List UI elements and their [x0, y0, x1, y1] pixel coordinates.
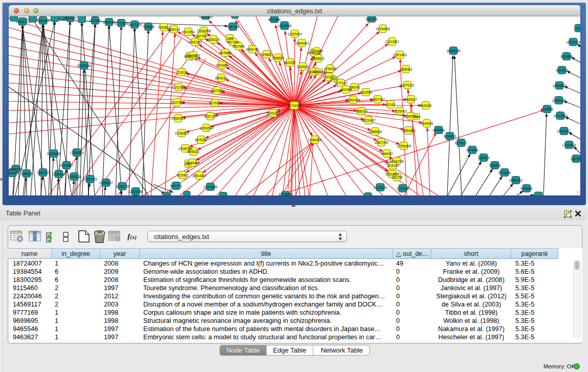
svg-text:12093822: 12093822 [552, 84, 567, 87]
svg-text:15720407: 15720407 [361, 119, 376, 122]
svg-text:10654112: 10654112 [509, 179, 523, 182]
svg-text:16648784: 16648784 [446, 49, 461, 53]
svg-text:10853287: 10853287 [63, 16, 77, 20]
svg-text:16154808: 16154808 [376, 27, 390, 31]
svg-text:17957225: 17957225 [83, 178, 97, 181]
svg-text:1090445: 1090445 [313, 70, 325, 74]
svg-text:19654923: 19654923 [401, 129, 416, 133]
svg-text:23226058: 23226058 [197, 29, 211, 33]
svg-text:15692971: 15692971 [557, 129, 571, 133]
svg-text:19718485: 19718485 [203, 185, 217, 189]
svg-text:23420046: 23420046 [186, 54, 200, 57]
svg-text:7386372: 7386372 [355, 110, 367, 113]
svg-text:12923448: 12923448 [128, 190, 143, 193]
svg-text:8427552: 8427552 [211, 89, 223, 93]
svg-text:1640954: 1640954 [432, 128, 445, 132]
svg-text:1939159: 1939159 [9, 171, 19, 175]
svg-text:10719155: 10719155 [114, 21, 128, 25]
svg-text:1167531: 1167531 [570, 157, 580, 161]
svg-text:8912954: 8912954 [182, 30, 194, 34]
svg-text:16914479: 16914479 [192, 174, 206, 178]
svg-text:7357224: 7357224 [227, 25, 239, 29]
svg-text:1615132: 1615132 [386, 164, 399, 167]
svg-text:7485063: 7485063 [400, 68, 412, 71]
svg-text:16120746: 16120746 [389, 160, 404, 163]
svg-text:6794028: 6794028 [324, 67, 336, 71]
svg-text:12975115: 12975115 [401, 83, 415, 87]
svg-text:12505135: 12505135 [67, 175, 81, 179]
svg-text:15807249: 15807249 [374, 141, 388, 144]
svg-text:2942737: 2942737 [37, 171, 49, 174]
svg-text:9463627: 9463627 [405, 98, 417, 101]
svg-text:19218506: 19218506 [277, 24, 292, 28]
svg-text:10688609: 10688609 [368, 130, 382, 134]
svg-text:9146821: 9146821 [260, 53, 273, 56]
svg-text:8454749: 8454749 [246, 48, 258, 51]
svg-text:14055713: 14055713 [15, 20, 30, 24]
svg-text:16671355: 16671355 [127, 23, 142, 27]
svg-text:10543362: 10543362 [188, 40, 202, 44]
svg-text:20364436: 20364436 [346, 98, 360, 102]
svg-text:2867608: 2867608 [232, 45, 245, 48]
svg-text:6497568: 6497568 [340, 88, 352, 92]
svg-text:15751074: 15751074 [566, 40, 580, 44]
svg-text:1145114: 1145114 [53, 172, 66, 176]
svg-text:17016504: 17016504 [562, 143, 576, 147]
svg-text:9657791: 9657791 [170, 184, 182, 188]
svg-text:2718126: 2718126 [176, 71, 188, 74]
svg-text:9245652: 9245652 [520, 187, 533, 190]
svg-text:19654925: 19654925 [171, 117, 185, 120]
svg-text:8878352: 8878352 [195, 138, 207, 142]
svg-text:19166829: 19166829 [175, 132, 189, 135]
svg-text:12444193: 12444193 [552, 99, 566, 102]
svg-text:10025433: 10025433 [393, 110, 407, 113]
svg-text:1112: 1112 [576, 27, 580, 30]
svg-text:9227342: 9227342 [556, 69, 568, 72]
svg-text:11353594: 11353594 [200, 126, 213, 130]
svg-text:9170064: 9170064 [209, 101, 221, 105]
svg-text:9777169: 9777169 [335, 81, 347, 85]
svg-text:2935114: 2935114 [477, 156, 490, 160]
svg-text:16782759: 16782759 [115, 185, 129, 188]
svg-text:10958107: 10958107 [99, 181, 113, 185]
svg-text:9084067: 9084067 [381, 152, 393, 156]
svg-text:8215955: 8215955 [541, 107, 553, 111]
svg-text:3624554: 3624554 [360, 91, 372, 94]
svg-text:7594: 7594 [413, 115, 420, 119]
svg-text:18724007: 18724007 [287, 104, 301, 107]
svg-text:3451: 3451 [331, 77, 338, 81]
svg-text:0699695: 0699695 [421, 122, 433, 125]
svg-text:1588520: 1588520 [272, 56, 284, 60]
svg-text:252254: 252254 [392, 176, 403, 179]
svg-text:20053346: 20053346 [77, 64, 91, 68]
svg-text:25300215: 25300215 [266, 112, 280, 115]
svg-text:12213967: 12213967 [385, 40, 399, 43]
svg-text:25950351: 25950351 [9, 167, 23, 171]
svg-text:1733426: 1733426 [397, 187, 409, 190]
svg-text:14136141: 14136141 [373, 186, 387, 189]
svg-text:18640910: 18640910 [295, 41, 309, 45]
svg-text:16210643: 16210643 [553, 114, 568, 118]
svg-text:1546: 1546 [226, 37, 233, 40]
svg-text:1362615: 1362615 [296, 65, 309, 69]
svg-text:20691406: 20691406 [36, 19, 50, 23]
svg-text:11325419: 11325419 [288, 32, 302, 36]
svg-text:7632621: 7632621 [489, 164, 501, 167]
svg-text:10975867: 10975867 [59, 164, 74, 167]
svg-text:9860124: 9860124 [168, 28, 180, 31]
svg-text:10507487: 10507487 [371, 98, 385, 101]
svg-text:9474444: 9474444 [466, 148, 478, 152]
svg-text:8186325: 8186325 [207, 38, 220, 41]
svg-text:16053809: 16053809 [199, 16, 213, 18]
svg-text:1156819: 1156819 [20, 172, 33, 176]
svg-text:12213369: 12213369 [171, 85, 186, 89]
svg-text:20206565: 20206565 [47, 152, 61, 156]
svg-text:8471626: 8471626 [498, 171, 511, 174]
svg-text:9242848: 9242848 [216, 63, 228, 67]
svg-text:8813054: 8813054 [268, 18, 280, 21]
svg-text:2803144: 2803144 [215, 76, 227, 80]
svg-text:16099489: 16099489 [185, 161, 200, 165]
svg-text:19756928: 19756928 [397, 144, 411, 148]
svg-text:6466160: 6466160 [103, 20, 115, 24]
svg-text:1527602: 1527602 [89, 19, 101, 23]
